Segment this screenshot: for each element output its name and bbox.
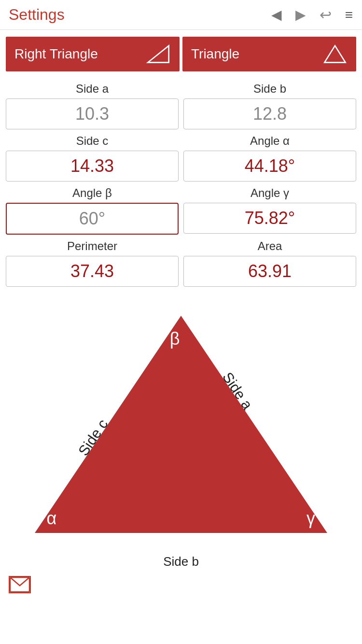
angle-gamma-group: Angle γ (183, 186, 356, 235)
svg-marker-1 (324, 46, 345, 63)
back-arrow[interactable]: ◀ (271, 7, 282, 23)
side-a-label: Side a (76, 82, 109, 96)
angle-beta-input[interactable] (6, 203, 179, 235)
svg-marker-0 (148, 46, 168, 63)
angle-alpha-label: Angle α (250, 134, 290, 148)
menu-button[interactable]: ≡ (345, 7, 353, 23)
tab-triangle[interactable]: Triangle (182, 37, 356, 71)
triangle-diagram: β α γ Side c Side a (6, 301, 356, 552)
svg-marker-2 (35, 316, 327, 533)
beta-label: β (170, 329, 180, 349)
diagram-container: β α γ Side c Side a Side b (6, 301, 356, 569)
perimeter-label: Perimeter (67, 239, 117, 253)
side-b-diagram-label: Side b (163, 554, 199, 569)
side-a-group: Side a (6, 82, 179, 129)
side-b-input[interactable] (183, 98, 356, 129)
angle-gamma-label: Angle γ (251, 186, 289, 200)
perimeter-input[interactable] (6, 256, 179, 287)
email-button[interactable] (9, 576, 31, 593)
input-grid: Side a Side b Side c Angle α Angle β Ang… (6, 82, 356, 287)
footer (0, 571, 362, 598)
undo-button[interactable]: ↩ (320, 6, 332, 23)
forward-arrow[interactable]: ▶ (295, 7, 306, 23)
side-c-group: Side c (6, 134, 179, 182)
area-input[interactable] (183, 256, 356, 287)
tab-right-triangle[interactable]: Right Triangle (6, 37, 180, 71)
side-a-input[interactable] (6, 98, 179, 129)
header: Settings ◀ ▶ ↩ ≡ (0, 0, 362, 30)
alpha-label: α (47, 508, 57, 528)
shape-tabs: Right Triangle Triangle (6, 37, 356, 71)
side-b-label: Side b (253, 82, 286, 96)
side-c-label: Side c (76, 134, 109, 148)
side-b-group: Side b (183, 82, 356, 129)
tab-triangle-label: Triangle (191, 46, 239, 62)
app-title: Settings (9, 6, 271, 24)
header-nav: ◀ ▶ ↩ ≡ (271, 6, 353, 23)
email-icon (10, 577, 30, 592)
svg-rect-3 (10, 577, 29, 592)
angle-beta-label: Angle β (72, 186, 112, 200)
area-group: Area (183, 239, 356, 287)
right-triangle-icon (146, 43, 171, 65)
triangle-icon (322, 43, 348, 65)
angle-alpha-group: Angle α (183, 134, 356, 182)
angle-beta-group: Angle β (6, 186, 179, 235)
side-c-input[interactable] (6, 151, 179, 182)
area-label: Area (258, 239, 282, 253)
angle-gamma-input[interactable] (183, 203, 356, 234)
angle-alpha-input[interactable] (183, 151, 356, 182)
tab-right-triangle-label: Right Triangle (14, 46, 98, 62)
perimeter-group: Perimeter (6, 239, 179, 287)
gamma-label: γ (306, 508, 315, 528)
